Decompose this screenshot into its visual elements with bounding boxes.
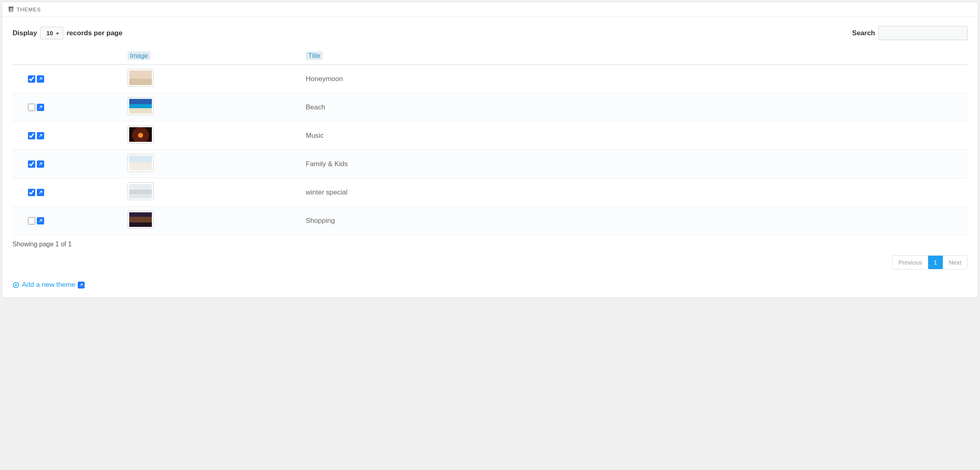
row-title: winter special — [304, 178, 967, 207]
search-input[interactable] — [878, 26, 967, 40]
column-header-title[interactable]: Title — [304, 49, 967, 65]
edit-row-icon[interactable] — [37, 160, 44, 168]
panel-body: Display 10 records per page Search Image… — [2, 17, 978, 297]
display-label: Display — [13, 29, 37, 37]
column-header-checkbox[interactable] — [13, 49, 126, 65]
row-thumbnail[interactable] — [128, 126, 153, 143]
add-theme-label: Add a new theme — [22, 281, 75, 289]
row-thumbnail[interactable] — [128, 154, 153, 172]
add-theme-link[interactable]: Add a new theme — [13, 281, 85, 289]
records-suffix-label: records per page — [66, 29, 122, 37]
page-size-select[interactable]: 10 — [40, 27, 63, 39]
edit-row-icon[interactable] — [37, 75, 44, 83]
row-thumbnail[interactable] — [128, 211, 153, 229]
pagination-row: Previous 1 Next — [13, 255, 967, 269]
svg-line-1 — [39, 106, 42, 109]
table-row: Music — [13, 122, 967, 150]
page-size-control: Display 10 records per page — [13, 27, 122, 39]
pagination-page-1[interactable]: 1 — [928, 256, 943, 269]
row-thumbnail[interactable] — [128, 69, 153, 87]
svg-line-9 — [80, 284, 82, 286]
pagination-next[interactable]: Next — [943, 256, 967, 269]
search-label: Search — [852, 29, 875, 37]
pagination-previous[interactable]: Previous — [893, 256, 928, 269]
page-size-select-wrap: 10 — [40, 27, 63, 39]
page-info: Showing page 1 of 1 — [13, 241, 72, 248]
panel-title: THEMES — [17, 6, 41, 13]
row-title: Honeymoon — [304, 65, 967, 93]
row-title: Shopping — [304, 207, 967, 235]
row-checkbox[interactable] — [28, 160, 35, 168]
edit-row-icon[interactable] — [37, 217, 44, 224]
row-thumbnail[interactable] — [128, 182, 153, 200]
row-checkbox[interactable] — [28, 132, 35, 139]
column-header-image[interactable]: Image — [126, 49, 304, 65]
row-checkbox[interactable] — [28, 75, 35, 83]
row-title: Music — [304, 122, 967, 150]
row-title: Beach — [304, 93, 967, 122]
external-link-icon — [78, 282, 85, 288]
edit-row-icon[interactable] — [37, 132, 44, 139]
row-title: Family & Kids — [304, 150, 967, 178]
row-thumbnail[interactable] — [128, 97, 153, 115]
themes-table: Image Title HoneymoonBeachMusicFamily & … — [13, 49, 967, 235]
svg-line-4 — [39, 191, 42, 194]
table-row: Beach — [13, 93, 967, 122]
themes-panel: THEMES Display 10 records per page Searc… — [2, 2, 978, 298]
table-footer: Showing page 1 of 1 — [13, 241, 967, 248]
plus-circle-icon — [13, 282, 19, 288]
edit-row-icon[interactable] — [37, 189, 44, 196]
table-toolbar: Display 10 records per page Search — [13, 26, 967, 40]
table-row: Family & Kids — [13, 150, 967, 178]
edit-row-icon[interactable] — [37, 104, 44, 111]
row-checkbox[interactable] — [28, 217, 35, 224]
svg-line-5 — [39, 220, 42, 222]
svg-line-0 — [39, 78, 42, 80]
row-checkbox[interactable] — [28, 104, 35, 111]
html5-icon — [8, 6, 14, 13]
panel-header: THEMES — [2, 2, 978, 17]
svg-line-2 — [39, 135, 42, 137]
table-row: Shopping — [13, 207, 967, 235]
search-control: Search — [852, 26, 967, 40]
svg-line-3 — [39, 163, 42, 165]
row-checkbox[interactable] — [28, 189, 35, 196]
table-row: Honeymoon — [13, 65, 967, 93]
pagination: Previous 1 Next — [892, 255, 967, 269]
table-row: winter special — [13, 178, 967, 207]
